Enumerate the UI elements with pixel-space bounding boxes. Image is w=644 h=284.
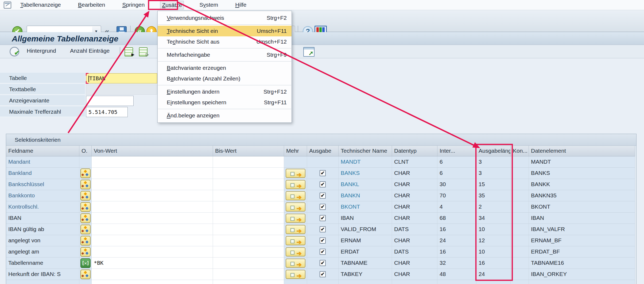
cell-bis[interactable]: [213, 201, 284, 213]
menu-item-technischesichtaus[interactable]: Technische Sicht ausUmsch+F12: [158, 36, 292, 47]
column-header-o[interactable]: O.: [79, 146, 92, 156]
cell-von[interactable]: [92, 235, 213, 246]
column-header-inter[interactable]: Inter...: [437, 146, 476, 156]
output-checkbox[interactable]: ✔: [320, 260, 326, 266]
multiple-selection-button[interactable]: ◆◆◆: [80, 168, 91, 178]
output-checkbox[interactable]: ✔: [320, 193, 326, 199]
more-selection-button[interactable]: ➔: [286, 214, 305, 223]
maximaletrefferzahl-field[interactable]: 5.514.705: [86, 107, 128, 117]
column-header-ausg_len[interactable]: Ausgabelänge: [476, 146, 511, 156]
more-selection-button[interactable]: ➔: [286, 169, 305, 178]
cell-von[interactable]: [92, 213, 213, 224]
anzeigevariante-field[interactable]: [86, 96, 134, 106]
cell-von[interactable]: [92, 156, 213, 168]
output-checkbox[interactable]: ✔: [320, 170, 326, 176]
more-selection-button[interactable]: ➔: [286, 225, 305, 234]
output-checkbox[interactable]: ✔: [320, 181, 326, 187]
menubar-item-springen[interactable]: Springen: [121, 1, 146, 9]
cell-tech: BKONT: [339, 201, 392, 213]
cell-datentyp: CHAR: [392, 179, 437, 190]
more-selection-button[interactable]: ➔: [286, 191, 305, 200]
menubar-item-zustze[interactable]: Zusätze: [160, 1, 184, 9]
menu-item-batchvarianteanzahlz[interactable]: Batchvariante (Anzahl Zeilen): [158, 73, 292, 84]
cell-ausgabe: ✔: [307, 269, 339, 280]
multiple-selection-button[interactable]: ◆◆◆: [80, 180, 91, 189]
menu-item-shortcut: Strg+F12: [263, 89, 292, 95]
multiple-selection-button[interactable]: ◆◆◆: [80, 213, 91, 223]
menu-item-einstellungenändern[interactable]: Einstellungen ändernStrg+F12: [158, 86, 292, 97]
multiple-selection-button[interactable]: ◆◆◆: [80, 225, 91, 234]
output-checkbox[interactable]: ✔: [320, 226, 326, 232]
more-selection-button[interactable]: ➔: [286, 270, 305, 279]
cell-inter: 32: [437, 258, 476, 269]
column-header-datentyp[interactable]: Datentyp: [392, 146, 437, 156]
cell-bis[interactable]: [213, 156, 284, 168]
cell-bis[interactable]: [213, 258, 284, 269]
column-header-bis[interactable]: Bis-Wert: [213, 146, 284, 156]
cell-von[interactable]: [92, 269, 213, 280]
system-window-icon[interactable]: [4, 2, 11, 9]
cell-datentyp: CHAR: [392, 201, 437, 213]
cell-bis[interactable]: [213, 224, 284, 235]
column-header-kon[interactable]: Kon...: [511, 146, 529, 156]
more-selection-button[interactable]: ➔: [286, 236, 305, 245]
hintergrund-button[interactable]: Hintergrund: [27, 48, 56, 54]
cell-von[interactable]: [92, 190, 213, 201]
menubar-item-bearbeiten[interactable]: Bearbeiten: [76, 1, 107, 9]
column-header-ausgabe[interactable]: Ausgabe: [307, 146, 339, 156]
output-checkbox[interactable]: ✔: [320, 204, 326, 210]
multiple-selection-button[interactable]: ◆◆◆: [80, 236, 91, 245]
cell-von[interactable]: [92, 168, 213, 179]
menubar-item-tabellenanzeige[interactable]: Tabellenanzeige: [19, 1, 63, 9]
output-checkbox[interactable]: ✔: [320, 271, 326, 277]
menu-item-batchvarianteerzeuge[interactable]: Batchvariante erzeugen: [158, 63, 292, 73]
cell-von[interactable]: [92, 201, 213, 213]
output-checkbox[interactable]: ✔: [320, 249, 326, 255]
more-selection-button[interactable]: ➔: [286, 247, 305, 256]
column-header-mehr[interactable]: Mehr: [284, 146, 307, 156]
cell-bis[interactable]: [213, 168, 284, 179]
cell-tech: VALID_FROM: [339, 224, 392, 235]
multiple-selection-button[interactable]: ◆◆◆: [80, 270, 91, 279]
menu-separator: [158, 24, 291, 25]
deselect-all-icon[interactable]: ▷: [139, 47, 148, 56]
cell-bis[interactable]: [213, 213, 284, 224]
multiple-selection-button[interactable]: ◆◆◆: [80, 191, 91, 201]
more-selection-button[interactable]: ➔: [286, 180, 305, 189]
cell-bis[interactable]: [213, 269, 284, 280]
cell-von[interactable]: [92, 224, 213, 235]
select-all-icon[interactable]: ▶: [125, 47, 133, 56]
menu-item-technischesichtein[interactable]: Technische Sicht einUmsch+F11: [158, 26, 292, 36]
cell-bis[interactable]: [213, 246, 284, 258]
sap-window: TabellenanzeigeBearbeitenSpringenZusätze…: [0, 0, 644, 284]
cell-o: ◆◆◆: [79, 235, 92, 246]
cell-von[interactable]: [92, 246, 213, 258]
column-header-tech[interactable]: Technischer Name: [339, 146, 392, 156]
more-selection-button[interactable]: ➔: [286, 259, 305, 268]
column-header-datenelement[interactable]: Datenelement: [529, 146, 635, 156]
column-header-von[interactable]: Von-Wert: [92, 146, 213, 156]
column-header-feldname[interactable]: Feldname: [6, 146, 79, 156]
multiple-selection-button[interactable]: ◆◆◆: [80, 247, 91, 257]
menu-item-verwendungsnachweis[interactable]: VerwendungsnachweisStrg+F2: [158, 13, 292, 23]
menubar-item-system[interactable]: System: [198, 1, 220, 9]
cell-bis[interactable]: [213, 190, 284, 201]
tabelle-field[interactable]: TIBAN: [86, 73, 157, 83]
cell-von[interactable]: [92, 179, 213, 190]
cell-bis[interactable]: [213, 179, 284, 190]
multiple-selection-button[interactable]: ◆◆◆: [80, 202, 91, 212]
anzahl-eintraege-button[interactable]: Anzahl Einträge: [70, 48, 110, 54]
execute-icon[interactable]: ✔: [10, 47, 19, 56]
output-checkbox[interactable]: ✔: [320, 237, 326, 244]
field-label: Anzeigevariante: [0, 95, 85, 106]
cell-bis[interactable]: [213, 235, 284, 246]
output-checkbox[interactable]: ✔: [320, 215, 326, 221]
exclude-selection-button[interactable]: [✕]: [80, 258, 91, 268]
menubar-item-hilfe[interactable]: Hilfe: [234, 1, 248, 9]
cell-von[interactable]: *BK: [92, 258, 213, 269]
menu-item-einstellungenspeiche[interactable]: Einstellungen speichernStrg+F11: [158, 97, 292, 108]
more-selection-button[interactable]: ➔: [286, 202, 305, 212]
menu-item-ändbelegeanzeigen[interactable]: Änd.belege anzeigen: [158, 110, 292, 121]
menu-item-mehrfacheingabe[interactable]: MehrfacheingabeStrg+F9: [158, 49, 292, 60]
open-in-new-window-icon[interactable]: ➚: [303, 47, 315, 57]
